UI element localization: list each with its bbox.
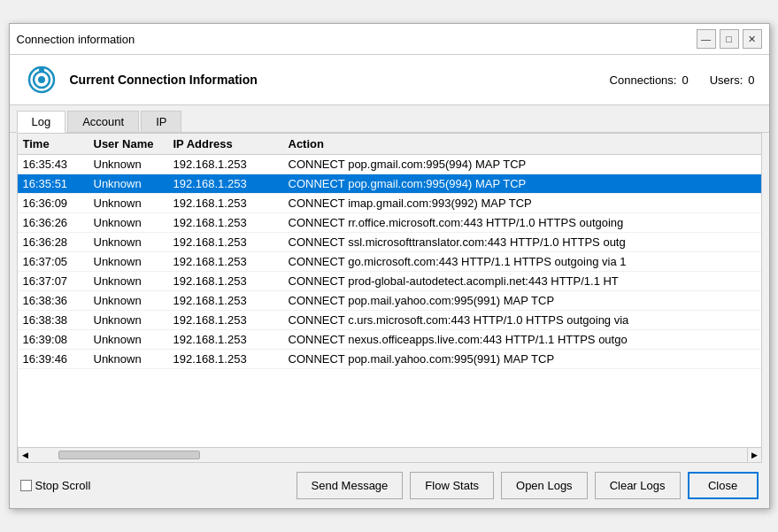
col-header-time: Time (23, 137, 94, 150)
table-cell-ip: 192.168.1.253 (173, 216, 289, 229)
svg-point-3 (39, 67, 44, 73)
open-logs-button[interactable]: Open Logs (501, 472, 588, 499)
flow-stats-button[interactable]: Flow Stats (410, 472, 494, 499)
tab-account[interactable]: Account (67, 111, 139, 132)
table-row[interactable]: 16:36:26Unknown192.168.1.253CONNECT rr.o… (18, 213, 761, 233)
table-cell-time: 16:37:07 (23, 274, 94, 288)
tab-bar: Log Account IP (10, 105, 769, 133)
table-cell-ip: 192.168.1.253 (173, 352, 289, 366)
table-row[interactable]: 16:38:38Unknown192.168.1.253CONNECT c.ur… (18, 311, 761, 330)
table-cell-time: 16:36:26 (23, 216, 94, 229)
table-cell-ip: 192.168.1.253 (173, 158, 289, 171)
connections-stat: Connections: 0 (610, 73, 689, 87)
col-header-ip: IP Address (173, 137, 289, 150)
table-cell-action: CONNECT c.urs.microsoft.com:443 HTTP/1.0… (289, 313, 756, 327)
users-label: Users: (710, 73, 743, 87)
scroll-left-button[interactable]: ◀ (18, 448, 32, 462)
footer: Stop Scroll Send Message Flow Stats Open… (10, 463, 769, 508)
footer-right: Send Message Flow Stats Open Logs Clear … (297, 472, 759, 499)
col-header-user: User Name (94, 137, 173, 150)
window-title: Connection information (17, 33, 135, 46)
titlebar-controls: — □ ✕ (697, 29, 762, 49)
table-cell-user: Unknown (94, 235, 173, 249)
table-cell-ip: 192.168.1.253 (173, 333, 289, 346)
table-row[interactable]: 16:36:09Unknown192.168.1.253CONNECT imap… (18, 194, 761, 213)
connections-value: 0 (682, 73, 688, 87)
table-cell-action: CONNECT imap.gmail.com:993(992) MAP TCP (289, 197, 756, 210)
table-row[interactable]: 16:39:46Unknown192.168.1.253CONNECT pop.… (18, 350, 761, 369)
users-stat: Users: 0 (710, 73, 755, 87)
table-cell-user: Unknown (94, 158, 173, 171)
connections-label: Connections: (610, 73, 677, 87)
table-cell-ip: 192.168.1.253 (173, 313, 289, 327)
tab-log[interactable]: Log (17, 111, 66, 133)
table-cell-user: Unknown (94, 255, 173, 268)
table-cell-user: Unknown (94, 352, 173, 366)
table-cell-user: Unknown (94, 294, 173, 307)
titlebar: Connection information — □ ✕ (10, 24, 769, 55)
table-cell-ip: 192.168.1.253 (173, 177, 289, 190)
stop-scroll-wrapper: Stop Scroll (20, 479, 91, 492)
table-row[interactable]: 16:37:07Unknown192.168.1.253CONNECT prod… (18, 272, 761, 291)
table-cell-action: CONNECT prod-global-autodetect.acompli.n… (289, 274, 756, 288)
stop-scroll-checkbox[interactable] (20, 480, 32, 491)
table-cell-user: Unknown (94, 216, 173, 229)
table-cell-time: 16:38:36 (23, 294, 94, 307)
table-cell-time: 16:39:46 (23, 352, 94, 366)
maximize-button[interactable]: □ (720, 29, 739, 49)
table-cell-time: 16:38:38 (23, 313, 94, 327)
table-cell-ip: 192.168.1.253 (173, 235, 289, 249)
table-cell-action: CONNECT pop.mail.yahoo.com:995(991) MAP … (289, 352, 756, 366)
table-cell-ip: 192.168.1.253 (173, 197, 289, 210)
minimize-button[interactable]: — (697, 29, 716, 49)
table-row[interactable]: 16:35:43Unknown192.168.1.253CONNECT pop.… (18, 155, 761, 174)
scrollbar-area: ◀ ▶ (17, 448, 762, 463)
col-header-action: Action (289, 137, 756, 150)
table-cell-user: Unknown (94, 177, 173, 190)
table-cell-ip: 192.168.1.253 (173, 274, 289, 288)
table-cell-user: Unknown (94, 274, 173, 288)
table-cell-time: 16:37:05 (23, 255, 94, 268)
table-cell-time: 16:35:43 (23, 158, 94, 171)
table-cell-user: Unknown (94, 333, 173, 346)
table-row[interactable]: 16:35:51Unknown192.168.1.253CONNECT pop.… (18, 174, 761, 194)
h-scrollbar-thumb[interactable] (58, 451, 200, 459)
stop-scroll-label: Stop Scroll (35, 479, 91, 492)
table-row[interactable]: 16:37:05Unknown192.168.1.253CONNECT go.m… (18, 252, 761, 272)
clear-logs-button[interactable]: Clear Logs (595, 472, 681, 499)
table-cell-time: 16:35:51 (23, 177, 94, 190)
close-window-button[interactable]: ✕ (743, 29, 762, 49)
scroll-right-button[interactable]: ▶ (747, 448, 761, 462)
connection-icon (24, 62, 59, 97)
table-cell-action: CONNECT pop.gmail.com:995(994) MAP TCP (289, 177, 756, 190)
table-body[interactable]: 16:35:43Unknown192.168.1.253CONNECT pop.… (18, 155, 761, 447)
header: Current Connection Information Connectio… (10, 55, 769, 105)
main-window: Connection information — □ ✕ Current Con… (9, 23, 770, 509)
table-cell-action: CONNECT rr.office.microsoft.com:443 HTTP… (289, 216, 756, 229)
log-table-container: Time User Name IP Address Action 16:35:4… (17, 133, 762, 448)
svg-point-2 (38, 76, 45, 83)
table-row[interactable]: 16:38:36Unknown192.168.1.253CONNECT pop.… (18, 291, 761, 311)
table-cell-time: 16:36:09 (23, 197, 94, 210)
users-value: 0 (748, 73, 754, 87)
table-cell-user: Unknown (94, 197, 173, 210)
tab-ip[interactable]: IP (141, 111, 181, 132)
send-message-button[interactable]: Send Message (297, 472, 404, 499)
table-cell-action: CONNECT ssl.microsofttranslator.com:443 … (289, 235, 756, 249)
table-cell-action: CONNECT nexus.officeapps.live.com:443 HT… (289, 333, 756, 346)
header-stats: Connections: 0 Users: 0 (610, 73, 755, 87)
h-scrollbar[interactable] (32, 448, 747, 462)
close-button[interactable]: Close (688, 472, 759, 499)
table-cell-ip: 192.168.1.253 (173, 255, 289, 268)
table-row[interactable]: 16:36:28Unknown192.168.1.253CONNECT ssl.… (18, 233, 761, 252)
table-cell-time: 16:39:08 (23, 333, 94, 346)
header-title: Current Connection Information (70, 73, 599, 87)
table-cell-time: 16:36:28 (23, 235, 94, 249)
table-row[interactable]: 16:39:08Unknown192.168.1.253CONNECT nexu… (18, 330, 761, 350)
table-cell-action: CONNECT pop.mail.yahoo.com:995(991) MAP … (289, 294, 756, 307)
table-cell-action: CONNECT go.microsoft.com:443 HTTP/1.1 HT… (289, 255, 756, 268)
footer-left: Stop Scroll (20, 479, 91, 492)
table-header: Time User Name IP Address Action (18, 134, 761, 155)
table-cell-user: Unknown (94, 313, 173, 327)
table-cell-ip: 192.168.1.253 (173, 294, 289, 307)
